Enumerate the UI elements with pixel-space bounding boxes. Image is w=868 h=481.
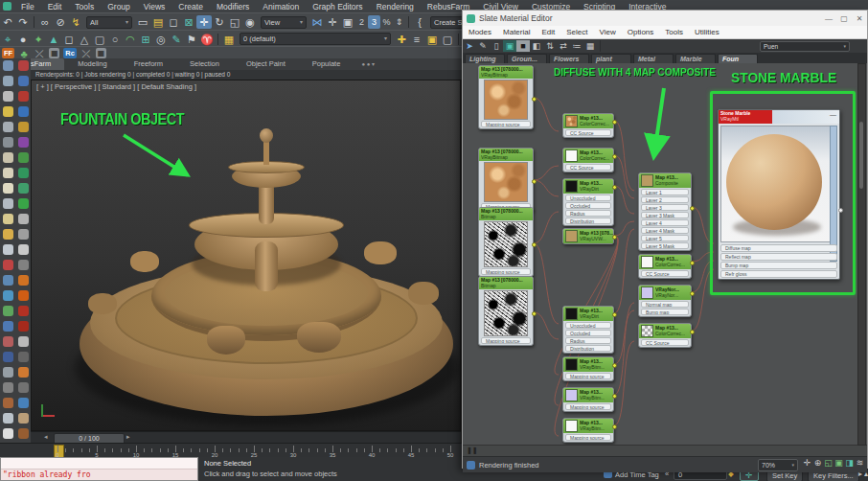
node-header[interactable]: Map #13...ColorCorrec...: [563, 149, 613, 163]
zoom-icon[interactable]: ⊕: [812, 458, 823, 468]
maximize-button[interactable]: ▢: [836, 14, 852, 23]
input-socket[interactable]: [565, 338, 566, 343]
left-toolbar-icon[interactable]: [18, 428, 29, 439]
map-node-colorcorrect-3[interactable]: Map #13...ColorCorrec...CC Source: [638, 254, 692, 279]
menu-views[interactable]: Views: [137, 2, 172, 11]
left-toolbar-icon[interactable]: [3, 91, 13, 102]
left-toolbar-icon[interactable]: [18, 290, 29, 301]
node-header[interactable]: Map #13 [078000...Bitmap: [479, 208, 533, 220]
layout-all-vertical-icon[interactable]: ⇅: [543, 40, 557, 52]
left-toolbar-icon[interactable]: [3, 290, 13, 301]
torus-icon[interactable]: ○: [107, 33, 123, 46]
reference-coordinate-dropdown[interactable]: View▾: [261, 16, 307, 29]
input-socket[interactable]: [641, 197, 642, 202]
output-socket[interactable]: [532, 179, 537, 184]
map-node-colorcorrect-2[interactable]: Map #13...ColorCorrec...CC Source: [562, 148, 614, 172]
node-header[interactable]: Map #13 [078000...VRayBitmap: [479, 66, 533, 79]
input-socket[interactable]: [481, 122, 482, 126]
graphite-icon[interactable]: ▢: [440, 33, 455, 46]
left-toolbar-icon[interactable]: [18, 198, 29, 209]
layout-children-icon[interactable]: ⇄: [557, 40, 570, 52]
helpers-icon[interactable]: ✦: [31, 33, 46, 46]
left-toolbar-icon[interactable]: [18, 244, 29, 255]
left-toolbar-icon[interactable]: [3, 106, 13, 117]
left-toolbar-icon[interactable]: [18, 214, 29, 224]
menu-edit[interactable]: Edit: [41, 2, 69, 11]
input-socket[interactable]: [481, 269, 482, 274]
node-header[interactable]: Map #13...VRayBitm...: [563, 357, 613, 372]
rebusfarm-ff-icon[interactable]: FF: [2, 48, 14, 58]
undo-icon[interactable]: ↶: [0, 15, 15, 29]
left-toolbar-icon[interactable]: [3, 275, 13, 286]
left-toolbar-icon[interactable]: [3, 398, 13, 408]
output-socket[interactable]: [532, 242, 537, 247]
edit-named-selection-icon[interactable]: {: [412, 15, 427, 29]
input-socket[interactable]: [641, 228, 642, 233]
slate-material-editor-window[interactable]: Slate Material Editor — ▢ ✕ ModesMateria…: [462, 10, 868, 469]
left-toolbar-icon[interactable]: [18, 60, 29, 71]
input-socket[interactable]: [641, 271, 642, 276]
material-output-socket[interactable]: [838, 208, 843, 213]
perspective-viewport[interactable]: [ + ] [ Perspective ] [ Standard ] [ Def…: [31, 80, 461, 431]
input-socket[interactable]: [565, 195, 566, 200]
menu-group[interactable]: Group: [101, 2, 137, 11]
left-toolbar-icon[interactable]: [3, 183, 13, 194]
sme-tab-plant[interactable]: plant: [591, 54, 631, 63]
sme-tab-lighting[interactable]: Lighting: [465, 54, 505, 63]
grid-icon[interactable]: ⊞: [138, 33, 153, 46]
left-toolbar-icon[interactable]: [18, 183, 29, 194]
sme-search-dropdown[interactable]: Puen▾: [760, 41, 850, 52]
pyramid-icon[interactable]: △: [77, 33, 92, 46]
pan-hand-icon[interactable]: ≋: [855, 458, 865, 468]
left-toolbar-icon[interactable]: [18, 260, 29, 270]
node-header[interactable]: Map #13 [078000...VRayBitmap: [479, 149, 533, 161]
menu-modifiers[interactable]: Modifiers: [210, 2, 256, 11]
map-node-vraydirt-2[interactable]: Map #13...VRayDirtUnoccludedOccludedRadi…: [562, 306, 614, 354]
left-toolbar-icon[interactable]: [18, 382, 29, 393]
left-toolbar-icon[interactable]: [3, 306, 13, 316]
window-crossing-icon[interactable]: ⊠: [181, 15, 196, 29]
window-icon[interactable]: ▢: [92, 33, 107, 46]
input-socket[interactable]: [641, 205, 642, 210]
sme-tab-marble[interactable]: Marble: [675, 54, 716, 63]
sme-menu-view[interactable]: View: [594, 28, 622, 36]
left-toolbar-icon[interactable]: [3, 137, 13, 148]
ribbon-tab-freeform[interactable]: Freeform: [121, 58, 176, 70]
ribbon-tab-selection[interactable]: Selection: [176, 58, 233, 70]
left-toolbar-icon[interactable]: [18, 91, 29, 102]
unlink-icon[interactable]: ⊘: [53, 15, 68, 29]
left-toolbar-icon[interactable]: [18, 152, 29, 163]
redo-icon[interactable]: ↷: [15, 15, 31, 29]
left-toolbar-icon[interactable]: [18, 367, 29, 378]
map-node-vraybitmap-7[interactable]: Map #13...VRayBitm...Mapping source: [562, 418, 614, 443]
ribbon-tab-object-paint[interactable]: Object Paint: [233, 58, 299, 70]
layer-dropdown[interactable]: 0 (default)▾: [240, 33, 391, 45]
ribbon-tab-modeling[interactable]: Modeling: [64, 58, 120, 70]
target-icon[interactable]: ◎: [153, 33, 169, 46]
material-node-scrollbar[interactable]: [830, 126, 837, 262]
sme-menu-edit[interactable]: Edit: [536, 28, 560, 36]
input-socket[interactable]: [565, 165, 566, 170]
output-socket[interactable]: [612, 185, 617, 190]
preview-window-icon[interactable]: ▦: [583, 40, 597, 52]
output-socket[interactable]: [532, 97, 537, 102]
sme-menu-utilities[interactable]: Utilities: [689, 28, 725, 36]
left-toolbar-icon[interactable]: [3, 152, 13, 163]
map-node-vraybitmap-5[interactable]: Map #13...VRayBitm...Mapping source: [562, 356, 614, 381]
node-header[interactable]: Map #13...VRayBitm...: [563, 388, 613, 402]
sme-menu-tools[interactable]: Tools: [659, 28, 689, 36]
node-header[interactable]: Map #13...VRayDirt: [563, 307, 613, 321]
pick-material-icon[interactable]: ✎: [476, 40, 490, 52]
gray-tool2-icon[interactable]: ▦: [96, 48, 106, 58]
node-header[interactable]: Map #13...ColorCorrec...: [639, 324, 691, 338]
input-socket[interactable]: [641, 236, 642, 240]
hide-unused-slots-icon[interactable]: ▣: [503, 40, 516, 52]
left-toolbar-icon[interactable]: [3, 413, 13, 424]
zoom-extents-icon[interactable]: ▣: [834, 458, 844, 468]
select-tool-icon[interactable]: ➤: [463, 40, 476, 52]
zoom-region-icon[interactable]: ◱: [823, 458, 834, 468]
layer-list-icon[interactable]: ≡: [409, 33, 424, 46]
left-toolbar-icon[interactable]: [3, 382, 13, 393]
show-background-icon[interactable]: ■: [516, 40, 530, 52]
input-socket[interactable]: [720, 271, 721, 276]
